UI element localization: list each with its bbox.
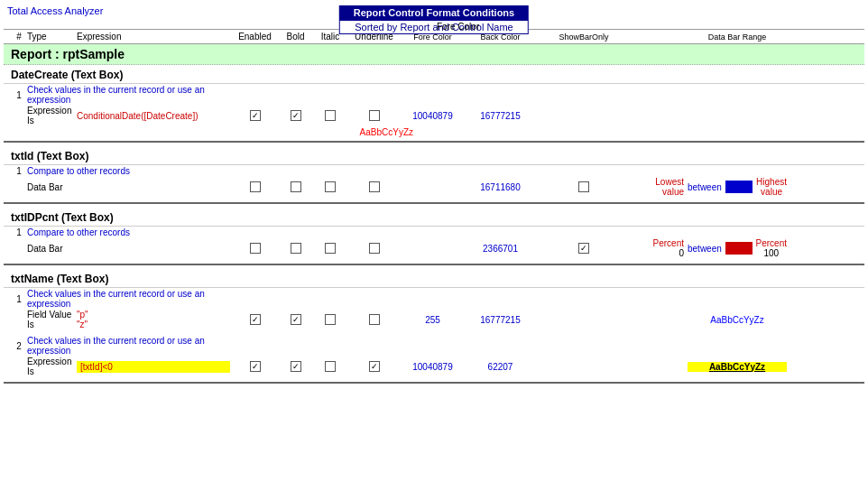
row-number: 1 [11,227,27,237]
fore-color-value: 255 [399,315,466,325]
range-low-value: 0 [679,248,684,258]
col-show-bar-only: ShowBarOnly [534,32,633,42]
control-header-datecreate: DateCreate (Text Box) [4,65,864,84]
row-desc: Check values in the current record or us… [27,289,230,309]
col-hash: # [11,32,27,42]
enabled-checkbox [230,361,280,372]
range-high-value: 100 [763,248,779,258]
table-row: Data Bar 2366701 Percent 0 between Perce… [4,238,864,260]
underline-checkbox [349,110,399,121]
enabled-checkbox [230,314,280,325]
expr-label: Data Bar [27,182,77,192]
bold-checkbox [280,314,311,325]
enabled-checkbox [230,181,280,192]
table-row: 1 Check values in the current record or … [4,84,864,106]
row-desc: Check values in the current record or us… [27,85,230,105]
bold-checkbox [280,181,311,192]
table-row: 1 Compare to other records [4,165,864,177]
app-header: Total Access Analyzer Report Control For… [0,0,868,18]
fore-color-group-label: Fore Color [437,22,554,32]
italic-checkbox [311,243,349,254]
row-desc: Check values in the current record or us… [27,336,230,356]
show-bar-only-checkbox [534,243,633,254]
row-desc: Compare to other records [27,166,230,176]
sample-text-datecreate: AaBbCcYyZz [360,127,413,137]
show-bar-only-checkbox [534,181,633,192]
app-title: Total Access Analyzer [7,5,103,16]
expr-value-line2: "z" [77,320,230,329]
table-row: Expression Is ConditionalDate([DateCreat… [4,106,864,127]
col-data-bar-range: Data Bar Range [688,32,787,42]
italic-checkbox [311,361,349,372]
col-type: Type [27,32,77,42]
bold-checkbox [280,361,311,372]
data-bar-blue [725,181,753,193]
between-text: between [688,244,722,254]
col-enabled: Enabled [230,32,280,42]
range-high-label: Highest value [756,177,787,197]
section-divider [4,141,864,143]
control-header-txtid: txtId (Text Box) [4,146,864,165]
underline-checkbox [349,314,399,325]
italic-checkbox [311,181,349,192]
section-divider [4,202,864,204]
expr-label: Field Value Is [27,310,77,329]
fore-color-value: 10040879 [399,362,466,372]
table-row: Expression Is [txtId]<0 10040879 62207 A… [4,357,864,378]
enabled-checkbox [230,110,280,121]
expr-value: ConditionalDate([DateCreate]) [77,111,230,121]
range-low-label: Lowest value [633,177,688,197]
sample-text-txtname-1: AaBbCcYyZz [688,315,787,325]
row-number: 1 [11,294,27,304]
back-color-value: 62207 [466,362,534,372]
table-row: 1 Check values in the current record or … [4,288,864,310]
data-bar-red [725,242,753,255]
italic-checkbox [311,314,349,325]
row-number: 1 [11,90,27,100]
report-title-main: Report Control Format Conditions [339,5,529,20]
italic-checkbox [311,110,349,121]
report-section-header: Report : rptSample [4,44,864,65]
expr-value-line1: "p" [77,310,230,320]
expr-label: Data Bar [27,244,77,254]
underline-checkbox [349,361,399,372]
row-number: 1 [11,166,27,176]
sample-text-txtname-2: AaBbCcYyZz [688,362,787,372]
range-high-label: Percent [756,238,787,248]
fore-color-value: 10040879 [399,111,466,121]
back-color-value: 16777215 [466,315,534,325]
col-bold: Bold [280,32,311,42]
back-color-value: 2366701 [466,244,534,254]
col-expression: Expression [77,32,230,42]
table-row: 2 Check values in the current record or … [4,335,864,357]
range-low-label: Percent [653,238,684,248]
table-row: Field Value Is "p" "z" 255 16777215 AaBb… [4,310,864,331]
bold-checkbox [280,243,311,254]
expr-label: Expression Is [27,106,77,125]
expr-value-highlighted: [txtId]<0 [77,361,230,373]
bold-checkbox [280,110,311,121]
table-row: Data Bar 16711680 Lowest value between H… [4,177,864,199]
back-color-value: 16777215 [466,111,534,121]
underline-checkbox [349,181,399,192]
section-divider [4,264,864,265]
row-number: 2 [11,341,27,351]
enabled-checkbox [230,243,280,254]
control-header-txtidpcnt: txtIDPcnt (Text Box) [4,208,864,227]
row-desc: Compare to other records [27,227,230,237]
expr-label: Expression Is [27,357,77,376]
underline-checkbox [349,243,399,254]
control-header-txtname: txtName (Text Box) [4,269,864,288]
back-color-value: 16711680 [466,182,534,192]
table-row: 1 Compare to other records [4,227,864,238]
section-divider-bottom [4,382,864,384]
between-text: between [688,182,722,192]
